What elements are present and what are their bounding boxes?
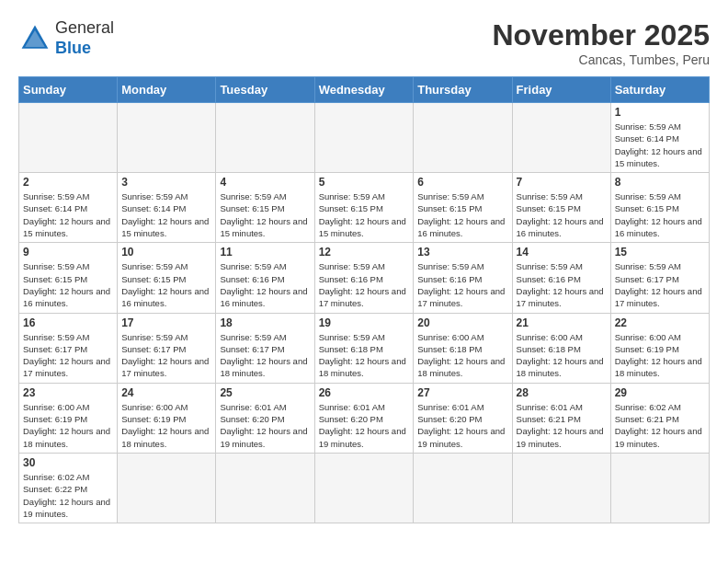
calendar-cell: 13Sunrise: 5:59 AM Sunset: 6:16 PM Dayli… [414, 243, 512, 313]
day-info: Sunrise: 5:59 AM Sunset: 6:15 PM Dayligh… [319, 190, 410, 239]
day-number: 27 [417, 386, 507, 399]
day-info: Sunrise: 5:59 AM Sunset: 6:16 PM Dayligh… [220, 260, 310, 309]
calendar-week-3: 9Sunrise: 5:59 AM Sunset: 6:15 PM Daylig… [19, 243, 710, 313]
day-info: Sunrise: 5:59 AM Sunset: 6:17 PM Dayligh… [23, 331, 113, 380]
weekday-header-saturday: Saturday [610, 77, 709, 103]
calendar-cell: 5Sunrise: 5:59 AM Sunset: 6:15 PM Daylig… [314, 173, 414, 243]
day-info: Sunrise: 5:59 AM Sunset: 6:16 PM Dayligh… [417, 260, 507, 309]
calendar-cell: 8Sunrise: 5:59 AM Sunset: 6:15 PM Daylig… [610, 173, 709, 243]
day-info: Sunrise: 5:59 AM Sunset: 6:17 PM Dayligh… [121, 331, 211, 380]
day-info: Sunrise: 6:00 AM Sunset: 6:19 PM Dayligh… [23, 401, 113, 450]
calendar-cell [216, 453, 314, 523]
day-info: Sunrise: 6:02 AM Sunset: 6:21 PM Dayligh… [615, 401, 705, 450]
day-number: 14 [517, 246, 607, 259]
day-info: Sunrise: 6:00 AM Sunset: 6:19 PM Dayligh… [615, 331, 705, 380]
day-number: 21 [517, 316, 607, 329]
month-year: November 2025 [492, 18, 710, 52]
day-number: 16 [23, 316, 113, 329]
calendar-week-1: 1Sunrise: 5:59 AM Sunset: 6:14 PM Daylig… [19, 103, 710, 173]
calendar-cell [118, 453, 216, 523]
day-number: 5 [319, 176, 410, 189]
weekday-header-thursday: Thursday [414, 77, 512, 103]
location: Cancas, Tumbes, Peru [492, 52, 710, 67]
calendar-cell: 25Sunrise: 6:01 AM Sunset: 6:20 PM Dayli… [216, 383, 314, 453]
calendar-cell: 9Sunrise: 5:59 AM Sunset: 6:15 PM Daylig… [19, 243, 118, 313]
day-info: Sunrise: 5:59 AM Sunset: 6:16 PM Dayligh… [517, 260, 607, 309]
calendar-cell [414, 453, 512, 523]
calendar-table: SundayMondayTuesdayWednesdayThursdayFrid… [18, 76, 710, 523]
day-number: 2 [23, 176, 113, 189]
calendar-cell: 16Sunrise: 5:59 AM Sunset: 6:17 PM Dayli… [19, 313, 118, 383]
day-number: 29 [615, 386, 705, 399]
day-info: Sunrise: 5:59 AM Sunset: 6:18 PM Dayligh… [319, 331, 410, 380]
day-number: 7 [517, 176, 607, 189]
calendar-cell: 7Sunrise: 5:59 AM Sunset: 6:15 PM Daylig… [512, 173, 610, 243]
calendar-cell [314, 103, 414, 173]
day-info: Sunrise: 5:59 AM Sunset: 6:17 PM Dayligh… [615, 260, 705, 309]
day-info: Sunrise: 5:59 AM Sunset: 6:15 PM Dayligh… [121, 260, 211, 309]
day-info: Sunrise: 6:01 AM Sunset: 6:20 PM Dayligh… [319, 401, 410, 450]
day-info: Sunrise: 5:59 AM Sunset: 6:15 PM Dayligh… [23, 260, 113, 309]
logo: GeneralBlue [18, 18, 114, 58]
day-info: Sunrise: 5:59 AM Sunset: 6:14 PM Dayligh… [615, 121, 705, 169]
calendar-cell: 27Sunrise: 6:01 AM Sunset: 6:20 PM Dayli… [414, 383, 512, 453]
day-info: Sunrise: 5:59 AM Sunset: 6:15 PM Dayligh… [615, 190, 705, 239]
day-number: 6 [417, 176, 507, 189]
calendar-cell [19, 103, 118, 173]
day-info: Sunrise: 6:00 AM Sunset: 6:18 PM Dayligh… [517, 331, 607, 380]
day-number: 25 [220, 386, 310, 399]
calendar-cell [118, 103, 216, 173]
calendar-week-2: 2Sunrise: 5:59 AM Sunset: 6:14 PM Daylig… [19, 173, 710, 243]
day-info: Sunrise: 5:59 AM Sunset: 6:14 PM Dayligh… [121, 190, 211, 239]
weekday-header-monday: Monday [118, 77, 216, 103]
calendar-week-5: 23Sunrise: 6:00 AM Sunset: 6:19 PM Dayli… [19, 383, 710, 453]
calendar-cell: 21Sunrise: 6:00 AM Sunset: 6:18 PM Dayli… [512, 313, 610, 383]
day-number: 20 [417, 316, 507, 329]
calendar-week-6: 30Sunrise: 6:02 AM Sunset: 6:22 PM Dayli… [19, 453, 710, 523]
day-number: 11 [220, 246, 310, 259]
day-number: 26 [319, 386, 410, 399]
day-number: 24 [121, 386, 211, 399]
calendar-cell: 15Sunrise: 5:59 AM Sunset: 6:17 PM Dayli… [610, 243, 709, 313]
calendar-cell: 18Sunrise: 5:59 AM Sunset: 6:17 PM Dayli… [216, 313, 314, 383]
day-number: 3 [121, 176, 211, 189]
title-block: November 2025 Cancas, Tumbes, Peru [492, 18, 710, 67]
calendar-cell [414, 103, 512, 173]
day-number: 30 [23, 456, 113, 469]
day-info: Sunrise: 5:59 AM Sunset: 6:17 PM Dayligh… [220, 331, 310, 380]
day-info: Sunrise: 5:59 AM Sunset: 6:16 PM Dayligh… [319, 260, 410, 309]
day-number: 19 [319, 316, 410, 329]
calendar-cell: 26Sunrise: 6:01 AM Sunset: 6:20 PM Dayli… [314, 383, 414, 453]
day-number: 13 [417, 246, 507, 259]
day-info: Sunrise: 6:01 AM Sunset: 6:21 PM Dayligh… [517, 401, 607, 450]
day-number: 10 [121, 246, 211, 259]
logo-icon [18, 22, 51, 55]
day-info: Sunrise: 5:59 AM Sunset: 6:15 PM Dayligh… [417, 190, 507, 239]
calendar-cell [512, 453, 610, 523]
calendar-cell: 10Sunrise: 5:59 AM Sunset: 6:15 PM Dayli… [118, 243, 216, 313]
day-info: Sunrise: 6:02 AM Sunset: 6:22 PM Dayligh… [23, 471, 113, 520]
calendar-cell: 1Sunrise: 5:59 AM Sunset: 6:14 PM Daylig… [610, 103, 709, 173]
calendar-cell: 17Sunrise: 5:59 AM Sunset: 6:17 PM Dayli… [118, 313, 216, 383]
day-number: 22 [615, 316, 705, 329]
weekday-header-friday: Friday [512, 77, 610, 103]
weekday-header-tuesday: Tuesday [216, 77, 314, 103]
day-info: Sunrise: 6:01 AM Sunset: 6:20 PM Dayligh… [220, 401, 310, 450]
calendar-cell: 11Sunrise: 5:59 AM Sunset: 6:16 PM Dayli… [216, 243, 314, 313]
day-number: 18 [220, 316, 310, 329]
calendar-cell [216, 103, 314, 173]
calendar-cell: 24Sunrise: 6:00 AM Sunset: 6:19 PM Dayli… [118, 383, 216, 453]
weekday-header-wednesday: Wednesday [314, 77, 414, 103]
day-info: Sunrise: 5:59 AM Sunset: 6:14 PM Dayligh… [23, 190, 113, 239]
page-header: GeneralBlue November 2025 Cancas, Tumbes… [18, 18, 710, 67]
calendar-cell: 23Sunrise: 6:00 AM Sunset: 6:19 PM Dayli… [19, 383, 118, 453]
day-number: 17 [121, 316, 211, 329]
day-number: 23 [23, 386, 113, 399]
day-number: 9 [23, 246, 113, 259]
day-number: 4 [220, 176, 310, 189]
day-info: Sunrise: 5:59 AM Sunset: 6:15 PM Dayligh… [220, 190, 310, 239]
day-info: Sunrise: 5:59 AM Sunset: 6:15 PM Dayligh… [517, 190, 607, 239]
day-number: 12 [319, 246, 410, 259]
day-number: 15 [615, 246, 705, 259]
calendar-week-4: 16Sunrise: 5:59 AM Sunset: 6:17 PM Dayli… [19, 313, 710, 383]
